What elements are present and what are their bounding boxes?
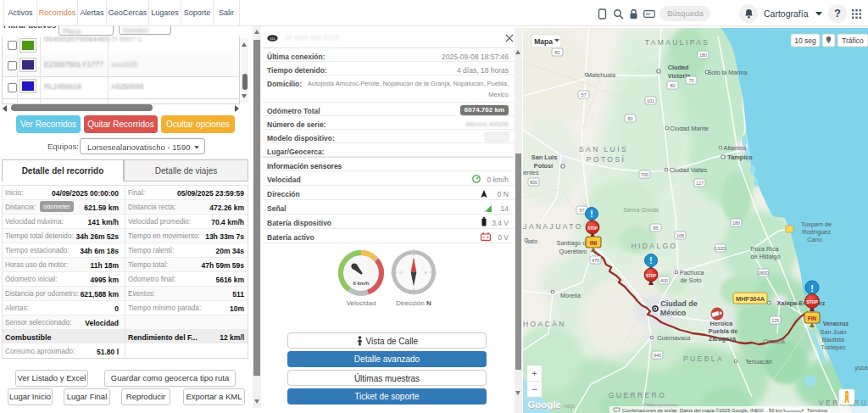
svg-text:80: 80 xyxy=(670,83,675,88)
svg-text:INI: INI xyxy=(590,240,598,246)
svg-text:125: 125 xyxy=(771,318,779,323)
svg-text:Google: Google xyxy=(527,399,561,410)
svg-text:nejo: nejo xyxy=(564,403,575,410)
svg-text:400: 400 xyxy=(660,278,668,283)
svg-text:PUEBLA: PUEBLA xyxy=(683,354,724,363)
svg-text:57: 57 xyxy=(581,92,586,98)
svg-text:−: − xyxy=(531,383,537,395)
svg-text:FIN: FIN xyxy=(808,315,817,321)
svg-text:80: 80 xyxy=(627,116,632,121)
svg-text:Orizaba: Orizaba xyxy=(763,338,785,345)
svg-text:101: 101 xyxy=(647,98,654,103)
svg-text:Cuernavaca: Cuernavaca xyxy=(657,334,691,342)
svg-text:Ciudad: Ciudad xyxy=(668,64,689,71)
svg-text:E: E xyxy=(425,271,427,275)
svg-text:Datos del mapa ©2025 Google, I: Datos del mapa ©2025 Google, INEGI xyxy=(680,408,764,413)
svg-text:lientes: lientes xyxy=(523,169,539,176)
svg-text:Querétaro: Querétaro xyxy=(559,248,587,255)
svg-text:800: 800 xyxy=(530,180,537,185)
svg-text:MICHOACÁN: MICHOACÁN xyxy=(523,320,566,328)
svg-text:POTOSÍ: POTOSÍ xyxy=(587,155,626,164)
svg-text:Sierra Gorda: Sierra Gorda xyxy=(623,206,659,214)
svg-text:Mapa: Mapa xyxy=(534,37,553,46)
svg-text:Ciudad Valles: Ciudad Valles xyxy=(670,166,708,174)
svg-text:GUERRERO: GUERRERO xyxy=(609,391,666,399)
svg-text:GUANAJUATO: GUANAJUATO xyxy=(523,222,583,231)
svg-text:127: 127 xyxy=(696,181,704,186)
svg-text:Morelia: Morelia xyxy=(560,292,581,299)
svg-text:México: México xyxy=(660,309,687,317)
svg-text:!: ! xyxy=(649,256,652,265)
svg-text:940: 940 xyxy=(654,353,661,358)
svg-text:180: 180 xyxy=(699,53,707,58)
svg-text:Matehuala: Matehuala xyxy=(587,71,616,79)
svg-text:Poza Rica: Poza Rica xyxy=(750,245,779,253)
svg-text:Tráfico: Tráfico xyxy=(842,36,864,45)
svg-text:Veracruz: Veracruz xyxy=(823,320,849,327)
svg-text:+: + xyxy=(532,369,537,378)
svg-text:San Luis: San Luis xyxy=(531,153,557,161)
svg-text:Cano: Cano xyxy=(807,236,821,243)
svg-text:TAMAULIPAS: TAMAULIPAS xyxy=(645,38,710,47)
svg-text:MHF364A: MHF364A xyxy=(736,295,765,303)
svg-text:132D: 132D xyxy=(715,246,726,251)
svg-text:Santiago d: Santiago d xyxy=(557,239,587,247)
svg-text:yucan: yucan xyxy=(854,364,868,371)
svg-text:700: 700 xyxy=(641,172,648,177)
svg-text:Zaragoza: Zaragoza xyxy=(709,335,737,343)
svg-text:Términos: Términos xyxy=(807,408,827,413)
svg-text:San Juan: San Juan xyxy=(821,328,847,336)
svg-text:470: 470 xyxy=(592,258,599,263)
svg-text:de Hidalgo: de Hidalgo xyxy=(751,253,781,260)
svg-text:SAN LUIS: SAN LUIS xyxy=(579,145,628,153)
svg-text:180: 180 xyxy=(732,220,740,226)
svg-text:O: O xyxy=(400,271,403,275)
svg-text:Tuxtepec: Tuxtepec xyxy=(821,343,846,351)
svg-text:57: 57 xyxy=(579,208,584,213)
svg-text:105: 105 xyxy=(676,233,684,238)
svg-text:STOP: STOP xyxy=(806,299,818,304)
svg-text:85: 85 xyxy=(653,226,658,231)
svg-text:de Soto: de Soto xyxy=(680,276,701,284)
svg-text:Heroica: Heroica xyxy=(710,320,734,327)
svg-text:Tampico: Tampico xyxy=(727,153,753,161)
svg-text:STOP: STOP xyxy=(587,226,598,231)
svg-text:!: ! xyxy=(590,209,593,219)
svg-text:Puebla de: Puebla de xyxy=(709,327,737,335)
svg-text:!: ! xyxy=(810,283,814,293)
svg-text:Rodríguez: Rodríguez xyxy=(802,228,831,236)
svg-text:HIDALGO: HIDALGO xyxy=(631,242,677,250)
svg-text:10 seg: 10 seg xyxy=(794,36,816,45)
svg-text:180D: 180D xyxy=(758,271,769,276)
svg-text:Tuxpam de: Tuxpam de xyxy=(801,220,832,228)
svg-text:311: 311 xyxy=(270,36,275,41)
svg-text:Combinaciones de teclas: Combinaciones de teclas xyxy=(622,408,677,413)
svg-text:Pachuca: Pachuca xyxy=(680,269,704,276)
svg-text:Altamira: Altamira xyxy=(724,144,748,152)
svg-text:Bautista: Bautista xyxy=(822,336,845,343)
svg-text:82: 82 xyxy=(554,50,559,55)
svg-text:Ciudad de: Ciudad de xyxy=(660,299,698,308)
svg-text:STOP: STOP xyxy=(646,274,656,278)
svg-text:Ciudad Mante: Ciudad Mante xyxy=(670,125,708,132)
svg-text:50 km: 50 km xyxy=(769,408,782,413)
svg-text:Soto la Marina: Soto la Marina xyxy=(707,69,748,76)
svg-text:Tehuacán: Tehuacán xyxy=(745,358,772,366)
svg-text:0 km/h: 0 km/h xyxy=(353,281,369,286)
svg-text:70: 70 xyxy=(688,78,693,83)
